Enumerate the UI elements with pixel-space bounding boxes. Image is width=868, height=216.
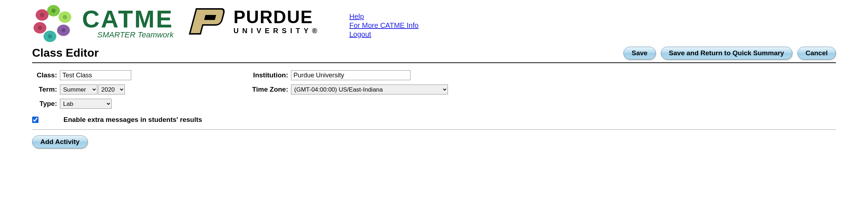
extra-messages-row: Enable extra messages in students' resul… bbox=[32, 116, 836, 124]
svg-rect-12 bbox=[204, 15, 216, 20]
term-label: Term: bbox=[32, 86, 57, 93]
help-link[interactable]: Help bbox=[349, 12, 418, 21]
save-return-button[interactable]: Save and Return to Quick Summary bbox=[661, 47, 792, 60]
page-title: Class Editor bbox=[32, 46, 99, 60]
catme-flower-icon bbox=[32, 4, 75, 43]
purdue-logo: PURDUE UNIVERSITY® bbox=[188, 7, 321, 36]
svg-point-7 bbox=[63, 15, 67, 19]
catme-logo-text: CATME SMARTER Teamwork bbox=[82, 7, 174, 40]
svg-point-11 bbox=[40, 13, 44, 17]
purdue-subtitle: UNIVERSITY® bbox=[234, 27, 321, 35]
action-buttons: Save Save and Return to Quick Summary Ca… bbox=[623, 47, 836, 60]
form-left-column: Class: Term: Summer 2020 Type: Lab bbox=[32, 70, 131, 113]
class-label: Class: bbox=[32, 71, 57, 79]
timezone-label: Time Zone: bbox=[245, 86, 288, 93]
header-links: Help For More CATME Info Logout bbox=[349, 12, 418, 38]
svg-point-8 bbox=[61, 28, 66, 32]
term-select[interactable]: Summer bbox=[60, 84, 97, 94]
svg-point-10 bbox=[38, 26, 42, 30]
institution-input[interactable] bbox=[291, 70, 410, 80]
purdue-title: PURDUE bbox=[234, 8, 321, 26]
title-row: Class Editor Save Save and Return to Qui… bbox=[32, 46, 836, 63]
extra-messages-checkbox[interactable] bbox=[32, 117, 39, 123]
timezone-select[interactable]: (GMT-04:00:00) US/East-Indiana bbox=[291, 84, 448, 94]
institution-label: Institution: bbox=[245, 71, 288, 79]
year-select[interactable]: 2020 bbox=[98, 84, 125, 94]
purdue-logo-text: PURDUE UNIVERSITY® bbox=[234, 8, 321, 35]
purdue-p-icon bbox=[188, 7, 227, 36]
class-input[interactable] bbox=[60, 70, 131, 80]
save-button[interactable]: Save bbox=[623, 47, 655, 60]
form-area: Class: Term: Summer 2020 Type: Lab bbox=[32, 63, 836, 130]
cancel-button[interactable]: Cancel bbox=[797, 47, 836, 60]
catme-logo: CATME SMARTER Teamwork bbox=[32, 4, 174, 43]
logout-link[interactable]: Logout bbox=[349, 30, 418, 38]
type-select[interactable]: Lab bbox=[60, 99, 112, 109]
catme-subtitle: SMARTER Teamwork bbox=[82, 30, 174, 40]
type-label: Type: bbox=[32, 100, 57, 108]
add-activity-button[interactable]: Add Activity bbox=[32, 135, 88, 148]
catme-title: CATME bbox=[82, 7, 174, 31]
svg-point-6 bbox=[51, 9, 56, 13]
more-info-link[interactable]: For More CATME Info bbox=[349, 21, 418, 30]
svg-point-9 bbox=[48, 34, 52, 38]
bottom-row: Add Activity bbox=[32, 135, 836, 148]
extra-messages-label: Enable extra messages in students' resul… bbox=[63, 116, 202, 124]
header: CATME SMARTER Teamwork PURDUE UNIVERSITY… bbox=[32, 4, 836, 43]
form-right-column: Institution: Time Zone: (GMT-04:00:00) U… bbox=[245, 70, 448, 113]
